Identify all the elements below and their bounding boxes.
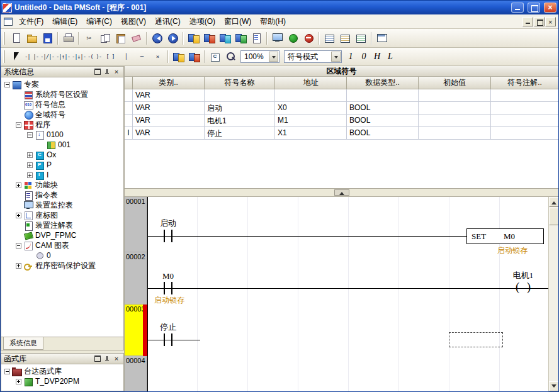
delete-line-button[interactable]: ×	[150, 49, 165, 64]
float-panel-button[interactable]	[93, 68, 102, 76]
tree-item-system-symbol-settings[interactable]: 系统符号区设置	[1, 89, 123, 99]
project-tree[interactable]: 专案 系统符号区设置 符号信息 全域符号 程序 0100 001 Ox P I …	[1, 77, 124, 337]
cell-class[interactable]: VAR	[133, 102, 205, 115]
library-panel-header[interactable]: 函式库	[1, 353, 124, 364]
library-tree[interactable]: 台达函式库 T_DVP20PM	[1, 364, 124, 391]
run-plc-button[interactable]	[285, 31, 300, 46]
window-layout-button[interactable]	[374, 31, 389, 46]
table-row[interactable]: VAR	[125, 89, 558, 102]
collapse-icon[interactable]	[4, 82, 10, 87]
tree-item-instruction-list[interactable]: 指令表	[1, 190, 123, 200]
tree-item-device-comment-table[interactable]: 装置注解表	[1, 220, 123, 230]
column-class[interactable]: 类别..	[133, 77, 205, 89]
instruction-block-button[interactable]: [ ]	[103, 49, 118, 64]
horizontal-line-button[interactable]: ─	[134, 49, 149, 64]
cut-button[interactable]: ✂	[81, 31, 96, 46]
cell-symbol-comment[interactable]	[491, 89, 558, 102]
compile-il-button[interactable]	[201, 31, 217, 46]
edit-cursor-cell[interactable]	[449, 332, 503, 347]
cell-symbol-name[interactable]: 停止	[205, 127, 275, 140]
cell-symbol-name[interactable]: 启动	[205, 102, 275, 115]
tree-item-function-blocks[interactable]: 功能块	[1, 180, 123, 190]
column-symbol-comment[interactable]: 符号注解..	[491, 77, 558, 89]
tree-item-pou-0100[interactable]: 0100	[1, 130, 123, 140]
expand-icon[interactable]	[16, 263, 21, 269]
network-canvas[interactable]: 启动 SET M0 启动锁存	[147, 197, 548, 252]
maximize-button[interactable]	[528, 3, 540, 13]
contact-no-button[interactable]: -| |-	[24, 49, 39, 64]
scroll-down-button[interactable]	[549, 381, 559, 391]
cell-symbol-comment[interactable]	[491, 115, 558, 127]
toolbar-grip[interactable]	[3, 50, 5, 63]
expand-icon[interactable]	[27, 152, 33, 158]
vertical-line-button[interactable]: │	[118, 49, 133, 64]
cell-data-type[interactable]: BOOL	[347, 102, 419, 115]
new-button[interactable]	[8, 31, 23, 46]
cell-symbol-comment[interactable]	[491, 102, 558, 115]
horizontal-splitter[interactable]	[125, 188, 558, 197]
system-info-panel-header[interactable]: 系统信息	[1, 66, 124, 77]
tree-item-global-symbols[interactable]: 全域符号	[1, 109, 123, 120]
cell-symbol-name[interactable]	[205, 89, 275, 102]
undo-button[interactable]	[149, 31, 164, 46]
ladder-editor[interactable]: 00001 启动 SET M0 启动锁存 00002	[125, 197, 548, 391]
tree-item-project[interactable]: 专案	[1, 79, 123, 89]
cell-symbol-comment[interactable]	[491, 127, 558, 140]
zoom-select[interactable]: 100%	[240, 50, 280, 63]
child-restore-button[interactable]	[534, 17, 545, 26]
pin-panel-button[interactable]	[103, 68, 111, 76]
network-number-gutter[interactable]: 00002	[125, 252, 147, 305]
select-tool-button[interactable]	[8, 49, 23, 64]
pin-panel-button[interactable]	[103, 355, 111, 363]
cell-address[interactable]: M1	[275, 115, 347, 127]
tree-item-delta-library[interactable]: 台达函式库	[1, 366, 123, 376]
menu-view[interactable]: 视图(V)	[116, 14, 150, 29]
contact-start[interactable]: 启动	[160, 230, 176, 242]
menu-file[interactable]: 文件(F)	[14, 14, 48, 29]
table-row[interactable]: VAR 启动 X0 BOOL	[125, 102, 558, 115]
contact-stop[interactable]: 停止	[160, 333, 176, 346]
network-canvas[interactable]	[147, 356, 548, 391]
collapse-icon[interactable]	[27, 132, 33, 138]
expand-icon[interactable]	[16, 182, 21, 188]
network-canvas[interactable]: 停止	[147, 305, 548, 356]
cell-symbol-name[interactable]: 电机1	[205, 115, 275, 127]
contact-m0[interactable]: M0 启动锁存	[160, 282, 176, 294]
toolbar-grip[interactable]	[3, 32, 5, 45]
child-close-button[interactable]	[545, 17, 556, 26]
column-address[interactable]: 地址	[275, 77, 347, 89]
contact-falling-button[interactable]: -|↓|-	[71, 49, 86, 64]
output-coil-button[interactable]: -( )-	[87, 49, 102, 64]
column-symbol-name[interactable]: 符号名称	[205, 77, 275, 89]
cell-address[interactable]: X1	[275, 127, 347, 140]
compile-all-button[interactable]	[217, 31, 232, 46]
simulator-button[interactable]	[233, 31, 248, 46]
cell-initial-value[interactable]	[419, 89, 491, 102]
tree-item-dvp-fpmc[interactable]: DVP_FPMC	[1, 230, 123, 240]
output-coil-motor1[interactable]: 电机1	[515, 282, 531, 294]
set-high-button[interactable]: H	[371, 50, 383, 64]
cell-data-type[interactable]: BOOL	[347, 115, 419, 127]
column-data-type[interactable]: 数据类型..	[347, 77, 419, 89]
float-panel-button[interactable]	[93, 355, 102, 363]
titlebar[interactable]: Untitled0 - Delta PMSoft - [程序 - 001]	[1, 1, 558, 14]
stop-plc-button[interactable]	[301, 31, 316, 46]
scroll-up-button[interactable]	[549, 197, 559, 207]
set-instruction-box[interactable]: SET M0	[466, 228, 544, 244]
cell-initial-value[interactable]	[419, 102, 491, 115]
child-window-icon[interactable]	[4, 18, 13, 26]
menu-help[interactable]: 帮助(H)	[256, 14, 290, 29]
tree-item-password-protect[interactable]: 程序密码保护设置	[1, 260, 123, 271]
cell-class[interactable]: VAR	[133, 127, 205, 140]
set-low-button[interactable]: L	[384, 50, 397, 64]
force-off-button[interactable]: 0	[358, 50, 370, 64]
network-number-gutter[interactable]: 00001	[125, 197, 147, 252]
close-button[interactable]	[544, 3, 556, 13]
menu-window[interactable]: 窗口(W)	[220, 14, 256, 29]
child-minimize-button[interactable]	[522, 17, 533, 26]
collapse-icon[interactable]	[16, 243, 21, 249]
menu-edit[interactable]: 编辑(E)	[48, 14, 82, 29]
tree-item-task-001[interactable]: 001	[1, 140, 123, 150]
cell-address[interactable]: X0	[275, 102, 347, 115]
collapse-icon[interactable]	[4, 369, 10, 374]
